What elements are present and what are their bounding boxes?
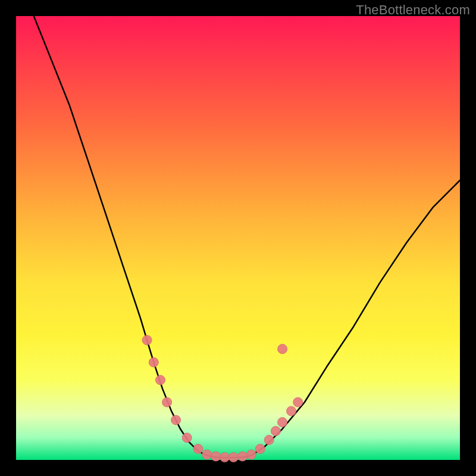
series-right-curve bbox=[251, 180, 460, 456]
data-marker bbox=[211, 452, 221, 461]
data-marker bbox=[149, 358, 158, 367]
data-marker bbox=[220, 453, 230, 462]
data-marker bbox=[202, 450, 212, 459]
data-marker bbox=[246, 450, 256, 459]
data-marker bbox=[271, 427, 280, 436]
watermark-label: TheBottleneck.com bbox=[356, 2, 470, 18]
data-marker bbox=[255, 444, 265, 453]
data-marker bbox=[293, 397, 303, 407]
data-marker bbox=[264, 435, 274, 444]
data-marker bbox=[278, 418, 287, 427]
curve-paths bbox=[34, 16, 460, 458]
data-marker bbox=[171, 415, 181, 425]
data-marker bbox=[287, 406, 296, 416]
data-marker bbox=[229, 453, 239, 462]
chart-stage: TheBottleneck.com bbox=[0, 0, 476, 476]
data-marker bbox=[193, 444, 203, 453]
curve-markers bbox=[142, 336, 303, 462]
curve-layer bbox=[16, 16, 460, 460]
plot-area bbox=[16, 16, 460, 460]
data-marker bbox=[182, 433, 192, 443]
data-marker bbox=[142, 336, 152, 345]
data-marker bbox=[162, 397, 172, 407]
data-marker bbox=[238, 452, 248, 461]
data-marker bbox=[278, 345, 287, 354]
data-marker bbox=[156, 375, 165, 385]
series-left-curve bbox=[34, 16, 207, 456]
